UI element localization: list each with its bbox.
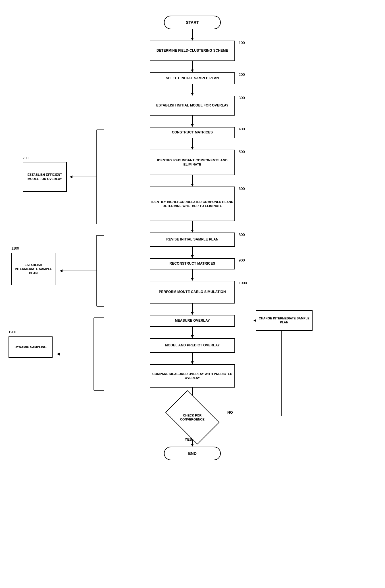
step-900-label: RECONSTRUCT MATRICES — [169, 261, 215, 266]
step-800-node: REVISE INITIAL SAMPLE PLAN — [150, 233, 235, 247]
measure-overlay-node: MEASURE OVERLAY — [150, 315, 235, 327]
step-600-node: IDENTIFY HIGHLY-CORRELATED COMPONENTS AN… — [150, 187, 235, 221]
ref-600: 600 — [239, 187, 245, 191]
svg-marker-11 — [191, 184, 194, 187]
convergence-label: CHECK FOR CONVERGENCE — [170, 412, 215, 423]
ref-900: 900 — [239, 258, 245, 262]
change-intermediate-label: CHANGE INTERMEDIATE SAMPLE PLAN — [256, 317, 312, 324]
svg-marker-37 — [70, 175, 72, 178]
label-1100: ESTABLISH INTERMEDIATE SAMPLE PLAN — [11, 253, 55, 285]
ref-100: 100 — [239, 41, 245, 45]
svg-marker-13 — [191, 230, 194, 233]
step-400-label: CONSTRUCT MATRICES — [172, 130, 213, 135]
step-100-label: DETERMINE FIELD-CLUSTERING SCHEME — [157, 49, 228, 53]
step-300-label: ESTABLISH INITIAL MODEL FOR OVERLAY — [156, 103, 229, 108]
svg-marker-1 — [191, 38, 194, 41]
start-label: START — [186, 20, 199, 25]
step-800-label: REVISE INITIAL SAMPLE PLAN — [166, 237, 218, 242]
yes-label: YES — [185, 437, 192, 441]
ref-700: 700 — [23, 156, 28, 160]
ref-1100: 1100 — [11, 246, 19, 250]
change-intermediate-node: CHANGE INTERMEDIATE SAMPLE PLAN — [256, 310, 313, 331]
ref-800: 800 — [239, 233, 245, 237]
ref-1000: 1000 — [239, 281, 247, 285]
svg-marker-23 — [191, 361, 194, 364]
label-700: ESTABLISH EFFICIENT MODEL FOR OVERLAY — [23, 162, 67, 192]
svg-marker-3 — [191, 70, 194, 72]
end-label: END — [188, 451, 197, 456]
svg-marker-19 — [191, 312, 194, 315]
compare-label: COMPARE MEASURED OVERLAY WITH PREDICTED … — [150, 372, 234, 380]
label-700-text: ESTABLISH EFFICIENT MODEL FOR OVERLAY — [25, 173, 65, 181]
svg-marker-47 — [57, 353, 60, 355]
ref-1200: 1200 — [9, 330, 16, 334]
step-200-label: SELECT INITIAL SAMPLE PLAN — [166, 76, 219, 81]
ref-500: 500 — [239, 150, 245, 154]
step-900-node: RECONSTRUCT MATRICES — [150, 258, 235, 269]
measure-overlay-label: MEASURE OVERLAY — [175, 319, 210, 323]
no-label: NO — [227, 410, 233, 415]
step-300-node: ESTABLISH INITIAL MODEL FOR OVERLAY — [150, 96, 235, 116]
label-1200-text: DYNAMIC SAMPLING — [14, 345, 46, 349]
label-1100-text: ESTABLISH INTERMEDIATE SAMPLE PLAN — [13, 263, 53, 275]
svg-marker-9 — [191, 147, 194, 150]
step-400-node: CONSTRUCT MATRICES — [150, 127, 235, 138]
ref-400: 400 — [239, 127, 245, 131]
step-100-node: DETERMINE FIELD-CLUSTERING SCHEME — [150, 41, 235, 61]
compare-node: COMPARE MEASURED OVERLAY WITH PREDICTED … — [150, 364, 235, 388]
svg-marker-27 — [191, 444, 194, 447]
step-500-label: IDENTIFY REDUNDANT COMPONENTS AND ELIMIN… — [150, 158, 234, 167]
svg-marker-5 — [191, 93, 194, 96]
step-1000-node: PERFORM MONTE CARLO SIMULATION — [150, 281, 235, 304]
ref-300: 300 — [239, 96, 245, 100]
step-200-node: SELECT INITIAL SAMPLE PLAN — [150, 72, 235, 84]
svg-marker-17 — [191, 278, 194, 281]
svg-marker-21 — [191, 335, 194, 338]
model-predict-label: MODEL AND PREDICT OVERLAY — [165, 343, 220, 348]
step-500-node: IDENTIFY REDUNDANT COMPONENTS AND ELIMIN… — [150, 150, 235, 175]
label-1200: DYNAMIC SAMPLING — [9, 336, 53, 358]
ref-200: 200 — [239, 72, 245, 77]
model-predict-node: MODEL AND PREDICT OVERLAY — [150, 338, 235, 353]
start-node: START — [164, 16, 221, 29]
flowchart-diagram: START DETERMINE FIELD-CLUSTERING SCHEME … — [0, 0, 385, 588]
svg-marker-15 — [191, 255, 194, 258]
svg-marker-42 — [60, 269, 63, 272]
svg-marker-7 — [191, 124, 194, 127]
step-600-label: IDENTIFY HIGHLY-CORRELATED COMPONENTS AN… — [150, 200, 234, 208]
end-node: END — [164, 447, 221, 460]
convergence-diamond: CHECK FOR CONVERGENCE — [165, 390, 220, 445]
step-1000-label: PERFORM MONTE CARLO SIMULATION — [159, 290, 226, 294]
